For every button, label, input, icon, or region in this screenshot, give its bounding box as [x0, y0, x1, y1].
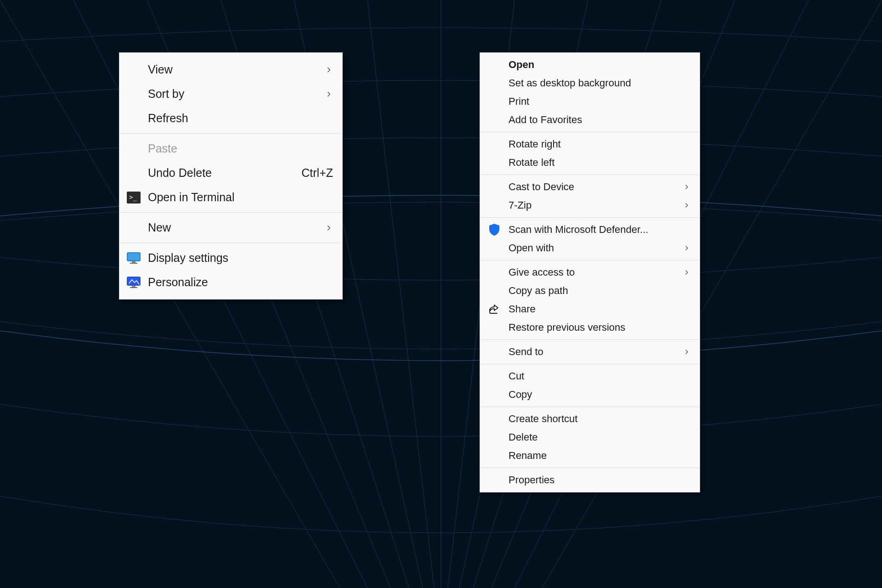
menu-item-give-access-to[interactable]: Give access to	[480, 263, 700, 282]
menu-label: Print	[509, 96, 690, 107]
chevron-right-icon	[683, 183, 690, 191]
menu-label: Cast to Device	[509, 181, 690, 193]
terminal-icon: >_	[126, 190, 141, 205]
menu-separator	[480, 260, 700, 260]
menu-item-copy-as-path[interactable]: Copy as path	[480, 282, 700, 300]
menu-separator	[119, 133, 342, 134]
menu-item-open-in-terminal[interactable]: >_ Open in Terminal	[119, 185, 342, 209]
menu-separator	[480, 407, 700, 407]
menu-label: Share	[509, 303, 690, 315]
menu-label: Add to Favorites	[509, 114, 690, 126]
chevron-right-icon	[325, 224, 333, 232]
menu-label: Open with	[509, 242, 690, 254]
menu-label: New	[148, 221, 333, 234]
menu-label: Send to	[509, 346, 690, 358]
menu-item-set-as-desktop-background[interactable]: Set as desktop background	[480, 74, 700, 92]
menu-item-open[interactable]: Open	[480, 56, 700, 74]
menu-item-paste: Paste	[119, 136, 342, 161]
menu-item-create-shortcut[interactable]: Create shortcut	[480, 410, 700, 428]
menu-label: Display settings	[148, 251, 333, 265]
menu-separator	[480, 468, 700, 468]
svg-rect-21	[130, 287, 137, 288]
menu-item-send-to[interactable]: Send to	[480, 343, 700, 361]
menu-item-copy[interactable]: Copy	[480, 385, 700, 404]
menu-label: Give access to	[509, 266, 690, 278]
menu-separator	[480, 339, 700, 340]
menu-item-delete[interactable]: Delete	[480, 428, 700, 447]
menu-item-sort-by[interactable]: Sort by	[119, 82, 342, 106]
desktop-context-menu: View Sort by Refresh Paste Undo Delete C…	[119, 52, 343, 300]
chevron-right-icon	[683, 244, 690, 252]
chevron-right-icon	[325, 66, 333, 74]
menu-item-rotate-right[interactable]: Rotate right	[480, 135, 700, 153]
menu-label: Personalize	[148, 276, 333, 289]
menu-label: Refresh	[148, 112, 333, 125]
menu-label: Set as desktop background	[509, 77, 690, 89]
menu-item-restore-previous-versions[interactable]: Restore previous versions	[480, 318, 700, 337]
menu-item-cut[interactable]: Cut	[480, 367, 700, 385]
menu-separator	[119, 212, 342, 213]
menu-separator	[480, 132, 700, 132]
file-context-menu: Open Set as desktop background Print Add…	[480, 52, 700, 492]
menu-item-print[interactable]: Print	[480, 92, 700, 111]
shield-icon	[486, 222, 502, 237]
share-icon	[486, 301, 502, 317]
svg-rect-18	[130, 263, 137, 264]
menu-label: Sort by	[148, 87, 333, 101]
menu-label: Restore previous versions	[509, 322, 690, 334]
menu-item-scan-defender[interactable]: Scan with Microsoft Defender...	[480, 220, 700, 239]
svg-text:>_: >_	[129, 193, 137, 201]
menu-label: Delete	[509, 431, 690, 443]
svg-rect-20	[132, 286, 136, 287]
menu-label: View	[148, 63, 333, 76]
menu-label: Rotate right	[509, 138, 690, 150]
menu-label: Rename	[509, 450, 690, 462]
menu-label: Copy	[509, 389, 690, 401]
menu-item-new[interactable]: New	[119, 215, 342, 240]
menu-item-cast-to-device[interactable]: Cast to Device	[480, 178, 700, 196]
menu-item-view[interactable]: View	[119, 57, 342, 82]
menu-item-display-settings[interactable]: Display settings	[119, 246, 342, 270]
svg-rect-17	[132, 261, 136, 263]
menu-separator	[480, 217, 700, 218]
menu-label: 7-Zip	[509, 199, 690, 211]
menu-item-share[interactable]: Share	[480, 300, 700, 318]
menu-label: Open	[509, 59, 690, 71]
menu-label: Paste	[148, 142, 333, 155]
menu-label: Cut	[509, 370, 690, 382]
display-settings-icon	[126, 250, 141, 266]
chevron-right-icon	[683, 202, 690, 209]
menu-label: Scan with Microsoft Defender...	[509, 224, 690, 236]
menu-item-undo-delete[interactable]: Undo Delete Ctrl+Z	[119, 161, 342, 185]
menu-label: Open in Terminal	[148, 191, 333, 204]
menu-item-personalize[interactable]: Personalize	[119, 270, 342, 294]
menu-item-7zip[interactable]: 7-Zip	[480, 196, 700, 215]
menu-separator	[119, 243, 342, 243]
menu-item-open-with[interactable]: Open with	[480, 239, 700, 257]
menu-separator	[480, 175, 700, 175]
menu-shortcut: Ctrl+Z	[301, 166, 333, 180]
chevron-right-icon	[325, 90, 333, 98]
menu-label: Properties	[509, 474, 690, 486]
chevron-right-icon	[683, 348, 690, 356]
chevron-right-icon	[683, 269, 690, 276]
menu-item-properties[interactable]: Properties	[480, 471, 700, 489]
svg-rect-16	[127, 253, 140, 261]
menu-item-add-to-favorites[interactable]: Add to Favorites	[480, 111, 700, 129]
menu-item-rename[interactable]: Rename	[480, 447, 700, 465]
menu-separator	[480, 364, 700, 364]
menu-item-rotate-left[interactable]: Rotate left	[480, 153, 700, 172]
menu-label: Undo Delete	[148, 166, 288, 180]
menu-item-refresh[interactable]: Refresh	[119, 106, 342, 130]
menu-label: Rotate left	[509, 157, 690, 169]
menu-label: Copy as path	[509, 285, 690, 297]
menu-label: Create shortcut	[509, 413, 690, 425]
personalize-icon	[126, 275, 141, 290]
